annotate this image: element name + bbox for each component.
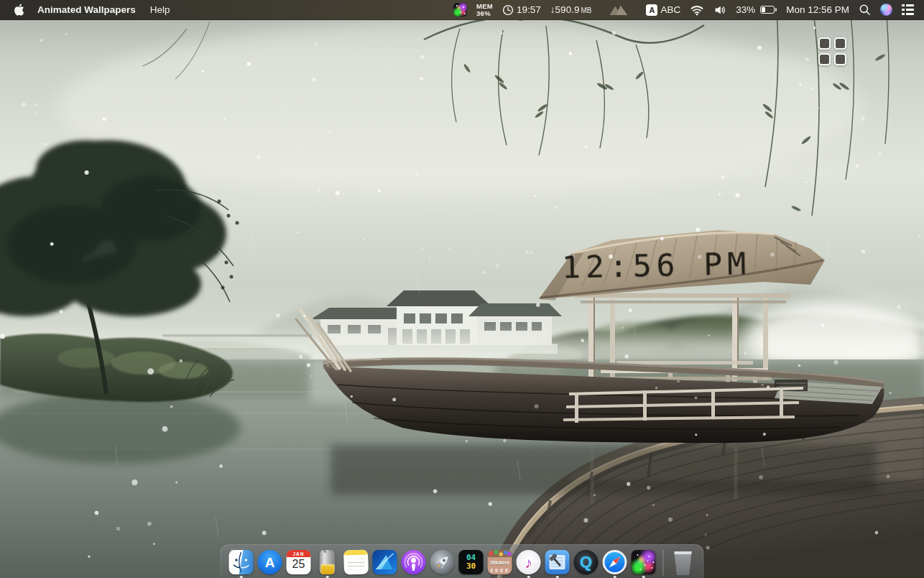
grid-cell	[818, 53, 831, 65]
grid-cell	[834, 53, 846, 65]
active-app-menu[interactable]: Animated Wallpapers	[37, 4, 136, 15]
battery-status-item[interactable]: 33%	[736, 4, 777, 15]
network-unit: MB	[581, 6, 591, 15]
grid-cell	[818, 37, 831, 50]
timer-value: 19:57	[517, 4, 541, 15]
dock-item-safari[interactable]	[602, 549, 628, 578]
apple-icon	[14, 4, 24, 16]
safari-icon	[603, 550, 627, 574]
dock: AJAN250430Stickers♪Q	[221, 544, 704, 578]
battery-icon	[760, 6, 777, 14]
dock-item-clock-app[interactable]: 0430	[458, 549, 484, 578]
dock-item-stickers[interactable]: Stickers	[487, 549, 513, 578]
desktop: 12:56 PM Animated Wallpapers Help MEM 36…	[0, 0, 924, 578]
running-indicator	[614, 576, 616, 578]
launchpad-icon	[430, 550, 455, 574]
dock-item-app-store[interactable]: A	[257, 549, 283, 578]
calendar-icon: JAN25	[287, 550, 311, 574]
wifi-icon	[690, 4, 704, 16]
dock-item-trash[interactable]	[670, 549, 696, 578]
mountain-icon	[608, 4, 629, 16]
dock-item-battery-app[interactable]	[315, 549, 341, 578]
siri-icon	[880, 4, 892, 16]
app-store-icon: A	[258, 550, 282, 574]
spotlight-item[interactable]	[859, 4, 871, 16]
dock-item-calendar[interactable]: JAN25	[286, 549, 312, 578]
running-indicator	[642, 576, 645, 578]
dock-item-design-app[interactable]	[372, 549, 398, 578]
network-status-item[interactable]: ↓590.9 MB	[550, 4, 592, 15]
dock-item-quicktime[interactable]: Q	[573, 549, 599, 578]
network-down-value: ↓590.9	[550, 4, 580, 15]
trash-icon	[673, 551, 693, 575]
quicktime-icon: Q	[574, 550, 599, 574]
clock-app-icon: 0430	[459, 550, 484, 574]
dock-separator	[663, 550, 664, 576]
dock-item-finder[interactable]	[228, 549, 254, 578]
finder-icon	[229, 550, 254, 574]
dock-item-launchpad[interactable]	[430, 549, 456, 578]
wallpaper-scene	[0, 0, 924, 578]
siri-item[interactable]	[880, 4, 892, 16]
wifi-status-item[interactable]	[690, 4, 704, 16]
desktop-grid-button[interactable]	[818, 37, 846, 65]
sparkle-icon	[453, 3, 467, 17]
podcasts-icon	[402, 550, 426, 574]
apple-menu[interactable]	[14, 4, 24, 16]
mountain-status-item[interactable]	[608, 4, 629, 16]
music-icon: ♪	[517, 550, 541, 574]
memory-status-item[interactable]: MEM 36%	[476, 3, 493, 17]
clock-icon	[502, 4, 514, 16]
dock-item-music[interactable]: ♪	[516, 549, 542, 578]
mem-value: 36%	[476, 10, 491, 17]
stickers-icon: Stickers	[488, 550, 512, 574]
running-indicator	[326, 576, 329, 578]
speaker-icon	[713, 4, 726, 16]
mem-label: MEM	[476, 3, 493, 10]
input-name: ABC	[660, 4, 680, 15]
volume-status-item[interactable]	[713, 4, 726, 16]
running-indicator	[240, 576, 243, 578]
notes-icon	[343, 549, 369, 574]
wallpaper-clock: 12:56 PM	[562, 245, 752, 285]
search-icon	[859, 4, 871, 16]
battery-app-icon	[320, 550, 336, 574]
timer-status-item[interactable]: 19:57	[502, 4, 541, 16]
notification-center-item[interactable]	[902, 4, 914, 17]
running-indicator	[556, 576, 559, 578]
animated-wallpapers-icon	[632, 550, 656, 574]
xcode-icon	[545, 550, 570, 574]
dock-item-podcasts[interactable]	[401, 549, 427, 578]
menu-bar: Animated Wallpapers Help MEM 36% 19:57 ↓…	[0, 0, 924, 20]
running-indicator	[527, 576, 530, 578]
battery-percent: 33%	[736, 4, 755, 15]
wallpapers-status-item[interactable]	[453, 3, 467, 17]
notification-list-icon	[902, 4, 914, 17]
dock-item-animated-wallpapers[interactable]	[631, 549, 657, 578]
menu-help[interactable]: Help	[150, 4, 170, 15]
design-app-icon	[373, 550, 397, 574]
grid-cell	[834, 37, 846, 50]
dock-item-notes[interactable]	[343, 549, 369, 578]
dock-item-xcode[interactable]	[545, 549, 570, 578]
menu-clock[interactable]: Mon 12:56 PM	[786, 4, 849, 15]
input-source-item[interactable]: A ABC	[646, 4, 680, 16]
input-badge: A	[646, 4, 657, 16]
